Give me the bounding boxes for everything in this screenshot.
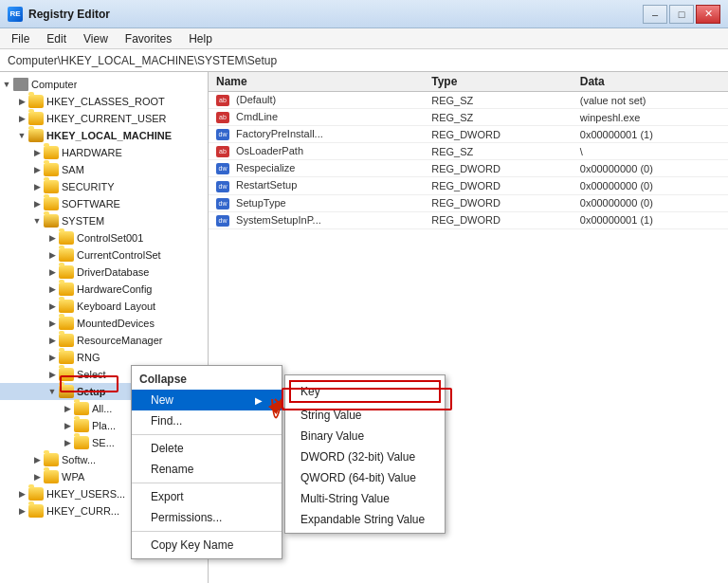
menu-file[interactable]: File <box>4 30 37 47</box>
tree-label: Keyboard Layout <box>77 301 155 312</box>
cell-data: (value not set) <box>573 92 728 109</box>
table-row[interactable]: dw FactoryPreInstall... REG_DWORD 0x0000… <box>209 126 728 143</box>
tree-node-computer[interactable]: ▼ Computer <box>0 76 208 93</box>
folder-icon <box>59 334 74 347</box>
table-row[interactable]: dw RestartSetup REG_DWORD 0x00000000 (0) <box>209 177 728 194</box>
tree-arrow: ▶ <box>30 455 44 465</box>
ctx-separator-2 <box>132 483 282 483</box>
tree-node-currentcontrolset[interactable]: ▶ CurrentControlSet <box>0 246 208 264</box>
ctx-new[interactable]: New ▶ <box>132 390 282 410</box>
tree-label: SECURITY <box>62 181 115 192</box>
ctx-copy-key-name[interactable]: Copy Key Name <box>132 535 282 556</box>
tree-label: SE... <box>92 437 115 448</box>
table-row[interactable]: ab (Default) REG_SZ (value not set) <box>209 92 728 109</box>
tree-arrow: ▶ <box>30 165 44 174</box>
tree-node-hklm[interactable]: ▼ HKEY_LOCAL_MACHINE <box>0 127 208 144</box>
tree-node-keyboardlayout[interactable]: ▶ Keyboard Layout <box>0 298 208 315</box>
folder-icon <box>59 300 74 313</box>
reg-type-icon: dw <box>216 181 229 192</box>
title-bar: RE Registry Editor – □ ✕ <box>0 0 728 28</box>
tree-node-mounteddevices[interactable]: ▶ MountedDevices <box>0 315 208 332</box>
cell-type: REG_DWORD <box>424 211 573 228</box>
tree-node-hkcu[interactable]: ▶ HKEY_CURRENT_USER <box>0 110 208 127</box>
submenu-string-value[interactable]: String Value <box>285 405 445 426</box>
folder-icon <box>74 436 89 449</box>
col-name: Name <box>209 72 424 92</box>
cell-name: dw Respecialize <box>209 160 424 177</box>
submenu-qword-value[interactable]: QWORD (64-bit) Value <box>285 467 445 488</box>
tree-label: SOFTWARE <box>62 198 120 210</box>
tree-arrow: ▶ <box>30 199 44 209</box>
tree-label: Softw... <box>62 454 96 465</box>
tree-arrow: ▼ <box>46 387 59 396</box>
tree-arrow: ▶ <box>61 421 74 430</box>
menu-favorites[interactable]: Favorites <box>118 30 179 47</box>
submenu-expandable-string-value[interactable]: Expandable String Value <box>285 509 445 530</box>
tree-arrow: ▶ <box>30 148 44 157</box>
tree-node-hkcr[interactable]: ▶ HKEY_CLASSES_ROOT <box>0 93 208 110</box>
tree-label: Pla... <box>92 420 116 431</box>
ctx-find[interactable]: Find... <box>132 410 282 431</box>
folder-icon <box>44 453 59 466</box>
app-title: Registry Editor <box>28 8 110 21</box>
tree-arrow: ▶ <box>46 301 59 311</box>
tree-label: MountedDevices <box>77 318 155 329</box>
submenu-dword-value[interactable]: DWORD (32-bit) Value <box>285 446 445 467</box>
tree-arrow: ▶ <box>46 233 59 243</box>
reg-type-icon: dw <box>216 129 229 140</box>
ctx-permissions[interactable]: Permissions... <box>132 507 282 528</box>
tree-node-driverdatabase[interactable]: ▶ DriverDatabase <box>0 264 208 281</box>
reg-type-icon: dw <box>216 163 229 174</box>
tree-label: HKEY_CLASSES_ROOT <box>46 96 165 107</box>
folder-icon <box>59 265 74 279</box>
menu-bar: File Edit View Favorites Help <box>0 28 728 49</box>
tree-label: SAM <box>62 164 84 175</box>
tree-node-hardwareconfig[interactable]: ▶ HardwareConfig <box>0 281 208 298</box>
tree-node-sam[interactable]: ▶ SAM <box>0 161 208 178</box>
ctx-separator-1 <box>132 434 282 435</box>
registry-table: Name Type Data ab (Default) REG_SZ (valu… <box>209 72 728 229</box>
cell-name-text: SystemSetupInP... <box>236 214 321 226</box>
cell-name: ab CmdLine <box>209 109 424 126</box>
tree-node-resourcemanager[interactable]: ▶ ResourceManager <box>0 332 208 349</box>
table-row[interactable]: dw SystemSetupInP... REG_DWORD 0x0000000… <box>209 211 728 228</box>
tree-label: Select <box>77 369 106 380</box>
table-row[interactable]: dw SetupType REG_DWORD 0x00000000 (0) <box>209 194 728 211</box>
menu-edit[interactable]: Edit <box>39 30 74 47</box>
tree-node-hardware[interactable]: ▶ HARDWARE <box>0 144 208 161</box>
ctx-delete[interactable]: Delete <box>132 438 282 459</box>
ctx-rename[interactable]: Rename <box>132 459 282 480</box>
table-row[interactable]: ab CmdLine REG_SZ winpeshl.exe <box>209 109 728 126</box>
submenu-multi-string-value[interactable]: Multi-String Value <box>285 488 445 509</box>
ctx-collapse[interactable]: Collapse <box>132 369 282 390</box>
tree-label: Computer <box>31 79 77 90</box>
submenu-key[interactable]: Key <box>289 380 441 403</box>
tree-arrow: ▶ <box>61 404 74 413</box>
tree-label: All... <box>92 403 112 414</box>
table-row[interactable]: dw Respecialize REG_DWORD 0x00000000 (0) <box>209 160 728 177</box>
submenu-binary-value[interactable]: Binary Value <box>285 426 445 446</box>
folder-icon <box>59 351 74 364</box>
tree-label: HARDWARE <box>62 147 122 158</box>
menu-help[interactable]: Help <box>181 30 220 47</box>
folder-icon <box>59 317 74 330</box>
tree-node-rng[interactable]: ▶ RNG <box>0 349 208 366</box>
cell-type: REG_DWORD <box>424 177 573 194</box>
cell-name: dw SetupType <box>209 194 424 211</box>
maximize-button[interactable]: □ <box>669 5 694 24</box>
close-button[interactable]: ✕ <box>696 5 720 24</box>
tree-node-system[interactable]: ▼ SYSTEM <box>0 212 208 229</box>
cell-name: dw RestartSetup <box>209 177 424 194</box>
ctx-export[interactable]: Export <box>132 486 282 507</box>
tree-node-security[interactable]: ▶ SECURITY <box>0 178 208 195</box>
folder-icon <box>28 487 44 501</box>
tree-arrow: ▶ <box>30 182 44 191</box>
table-row[interactable]: ab OsLoaderPath REG_SZ \ <box>209 143 728 160</box>
cell-type: REG_SZ <box>424 109 573 126</box>
minimize-button[interactable]: – <box>643 5 667 24</box>
tree-node-controlset001[interactable]: ▶ ControlSet001 <box>0 229 208 246</box>
menu-view[interactable]: View <box>76 30 116 47</box>
tree-node-software[interactable]: ▶ SOFTWARE <box>0 195 208 212</box>
reg-type-icon: ab <box>216 112 229 123</box>
cell-name-text: FactoryPreInstall... <box>236 128 323 139</box>
